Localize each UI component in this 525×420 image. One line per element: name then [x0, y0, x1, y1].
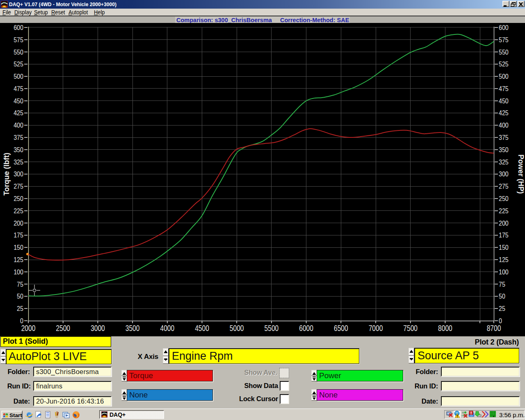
svg-text:150: 150 [14, 244, 23, 251]
svg-text:4500: 4500 [195, 324, 209, 333]
svg-text:200: 200 [499, 219, 509, 227]
svg-text:600: 600 [14, 24, 23, 31]
svg-text:8700: 8700 [487, 324, 501, 333]
svg-text:6000: 6000 [299, 324, 313, 333]
svg-text:475: 475 [499, 85, 509, 92]
svg-text:2000: 2000 [21, 324, 36, 333]
svg-text:425: 425 [499, 109, 509, 116]
svg-text:50: 50 [17, 292, 23, 300]
svg-text:225: 225 [14, 207, 23, 215]
svg-text:275: 275 [14, 183, 23, 190]
svg-text:5500: 5500 [265, 324, 279, 333]
svg-text:325: 325 [14, 158, 23, 166]
svg-text:Torque (lbft): Torque (lbft) [2, 153, 11, 196]
svg-text:125: 125 [14, 256, 23, 263]
svg-text:525: 525 [499, 60, 509, 68]
svg-text:550: 550 [499, 48, 509, 55]
svg-text:425: 425 [14, 109, 23, 116]
svg-text:100: 100 [499, 268, 509, 276]
svg-text:150: 150 [499, 244, 509, 251]
svg-text:500: 500 [14, 73, 23, 80]
svg-text:400: 400 [499, 121, 509, 129]
svg-text:175: 175 [14, 231, 23, 239]
svg-text:250: 250 [499, 195, 509, 202]
svg-text:8000: 8000 [438, 324, 452, 333]
svg-text:275: 275 [499, 183, 509, 190]
svg-text:325: 325 [499, 158, 509, 166]
svg-text:375: 375 [14, 134, 23, 141]
svg-text:600: 600 [499, 24, 509, 31]
svg-text:300: 300 [499, 170, 509, 178]
svg-text:450: 450 [14, 97, 23, 105]
svg-text:525: 525 [14, 60, 23, 68]
svg-text:225: 225 [499, 207, 509, 215]
svg-text:550: 550 [14, 48, 23, 55]
svg-text:250: 250 [14, 195, 23, 202]
svg-text:575: 575 [499, 36, 509, 43]
svg-text:375: 375 [499, 134, 509, 141]
svg-text:5000: 5000 [230, 324, 244, 333]
svg-text:7000: 7000 [369, 324, 383, 333]
svg-text:350: 350 [14, 146, 23, 153]
svg-text:2500: 2500 [56, 324, 70, 333]
svg-text:300: 300 [14, 170, 23, 178]
svg-text:Power (HP): Power (HP) [517, 154, 525, 194]
svg-text:25: 25 [17, 305, 23, 312]
svg-text:125: 125 [499, 256, 509, 263]
svg-text:3000: 3000 [91, 324, 105, 333]
svg-text:50: 50 [499, 292, 505, 300]
svg-text:500: 500 [499, 73, 509, 80]
svg-text:3500: 3500 [126, 324, 140, 333]
svg-text:175: 175 [499, 231, 509, 239]
svg-text:400: 400 [14, 121, 23, 129]
svg-text:475: 475 [14, 85, 23, 92]
svg-text:75: 75 [17, 280, 23, 288]
svg-text:4000: 4000 [160, 324, 174, 333]
svg-text:350: 350 [499, 146, 509, 153]
svg-text:75: 75 [499, 280, 505, 288]
svg-text:25: 25 [499, 305, 505, 312]
svg-text:200: 200 [14, 219, 23, 227]
svg-text:6500: 6500 [334, 324, 348, 333]
svg-text:7500: 7500 [403, 324, 418, 333]
svg-text:575: 575 [14, 36, 23, 43]
svg-text:450: 450 [499, 97, 509, 105]
svg-text:100: 100 [14, 268, 23, 276]
